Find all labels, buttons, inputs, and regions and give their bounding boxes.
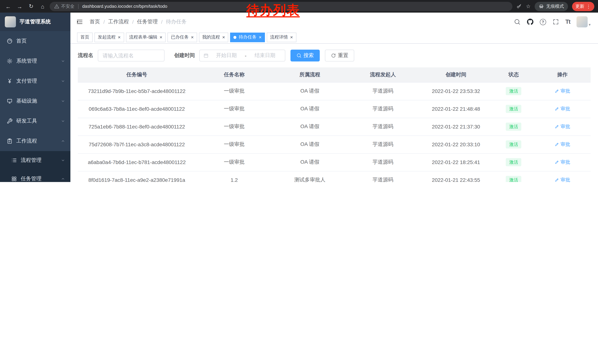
header-actions: ? Tt ▾ (514, 16, 590, 27)
sidebar-item-infra[interactable]: 基础设施 (0, 91, 70, 111)
user-menu[interactable]: ▾ (576, 16, 590, 27)
tab-initiate-process[interactable]: 发起流程× (94, 32, 124, 42)
search-button[interactable]: 搜索 (291, 50, 320, 61)
help-icon[interactable]: ? (540, 19, 546, 25)
tab-bar: 首页 发起流程× 流程表单-编辑× 已办任务× 我的流程× 待办任务× 流程详情… (70, 31, 598, 44)
key-icon[interactable] (517, 4, 522, 9)
pen-icon (555, 107, 559, 111)
table-row: 73211d9d-7b9b-11ec-b5b7-acde48001122 一级审… (78, 82, 590, 100)
logo-avatar (5, 16, 16, 27)
sidebar-item-label: 流程管理 (21, 157, 42, 164)
approve-link[interactable]: 审批 (555, 123, 570, 130)
main-area: 首页 / 工作流程 / 任务管理 / 待办任务 ? Tt ▾ (70, 13, 598, 182)
breadcrumb-workflow[interactable]: 工作流程 (108, 18, 129, 25)
cell-task-name: 一级审批 (196, 118, 273, 136)
col-process: 所属流程 (273, 67, 347, 82)
cell-status: 激活 (493, 153, 534, 171)
refresh-icon (331, 53, 336, 58)
tab-form-edit[interactable]: 流程表单-编辑× (126, 32, 166, 42)
status-badge: 激活 (506, 87, 522, 95)
sidebar-item-task-mgmt[interactable]: 任务管理 (0, 170, 70, 182)
cell-task-id: 73211d9d-7b9b-11ec-b5b7-acde48001122 (78, 82, 196, 100)
tab-todo-tasks[interactable]: 待办任务× (230, 32, 265, 42)
search-icon[interactable] (514, 18, 521, 25)
col-actions: 操作 (534, 67, 590, 82)
home-icon[interactable]: ⌂ (38, 2, 47, 11)
sidebar-toggle-icon[interactable] (76, 18, 83, 25)
breadcrumb-current: 待办任务 (166, 18, 187, 25)
breadcrumb-separator: / (161, 19, 163, 25)
sidebar-item-process-mgmt[interactable]: 流程管理 (0, 151, 70, 170)
approve-link[interactable]: 审批 (555, 159, 570, 166)
cell-task-name: 一级审批 (196, 153, 273, 171)
pen-icon (555, 160, 559, 164)
app-header: 首页 / 工作流程 / 任务管理 / 待办任务 ? Tt ▾ (70, 13, 598, 31)
menu-dots-icon[interactable]: ⋮ (586, 4, 591, 9)
sidebar-item-label: 基础设施 (16, 98, 37, 105)
close-icon[interactable]: × (159, 35, 162, 40)
cell-starter: 芋道源码 (347, 136, 419, 153)
update-button[interactable]: 更新 ⋮ (572, 2, 594, 11)
breadcrumb-home[interactable]: 首页 (90, 18, 100, 25)
back-icon[interactable]: ← (4, 2, 13, 11)
browser-chrome: ← → ↻ ⌂ 不安全 dashboard.yudao.iocoder.cn/b… (0, 0, 598, 13)
address-bar[interactable]: 不安全 dashboard.yudao.iocoder.cn/bpm/task/… (50, 2, 513, 11)
cell-status: 激活 (493, 136, 534, 153)
cell-create-time: 2022-01-22 20:33:10 (419, 136, 493, 153)
star-icon[interactable]: ☆ (526, 3, 531, 9)
tab-process-detail[interactable]: 流程详情× (267, 32, 296, 42)
font-size-icon[interactable]: Tt (565, 18, 570, 25)
chevron-down-icon (61, 119, 65, 123)
chevron-down-icon (61, 79, 65, 83)
approve-link[interactable]: 审批 (555, 88, 570, 94)
approve-link[interactable]: 审批 (555, 141, 570, 148)
cell-starter: 芋道源码 (347, 100, 419, 118)
close-icon[interactable]: × (259, 35, 262, 40)
status-badge: 激活 (506, 122, 522, 131)
sidebar-item-devtools[interactable]: 研发工具 (0, 111, 70, 131)
cell-process: 测试多审批人 (273, 171, 347, 182)
approve-link[interactable]: 审批 (555, 105, 570, 112)
cell-create-time: 2022-01-21 22:43:55 (419, 171, 493, 182)
cell-starter: 芋道源码 (347, 153, 419, 171)
approve-link[interactable]: 审批 (555, 177, 570, 182)
fullscreen-icon[interactable] (552, 18, 559, 25)
table-row: 75d72608-7b7f-11ec-a3c8-acde48001122 一级审… (78, 136, 590, 153)
cell-status: 激活 (493, 171, 534, 182)
process-name-input[interactable] (98, 50, 165, 61)
github-icon[interactable] (527, 18, 533, 25)
close-icon[interactable]: × (290, 35, 293, 40)
close-icon[interactable]: × (118, 35, 121, 40)
cell-status: 激活 (493, 118, 534, 136)
status-badge: 激活 (506, 176, 522, 182)
sidebar-item-payment[interactable]: 支付管理 (0, 71, 70, 91)
forward-icon[interactable]: → (15, 2, 24, 11)
date-range-picker[interactable]: 开始日期 - 结束日期 (199, 50, 285, 61)
app-logo: 芋道管理系统 (0, 13, 70, 31)
chevron-up-icon (61, 139, 65, 143)
page-content: 流程名 创建时间 开始日期 - 结束日期 搜索 重 (70, 44, 598, 182)
app-title: 芋道管理系统 (20, 18, 51, 25)
breadcrumb-task-mgmt[interactable]: 任务管理 (137, 18, 158, 25)
sidebar-item-home[interactable]: 首页 (0, 31, 70, 51)
sidebar-menu: 首页 系统管理 支付管理 基础设施 (0, 31, 70, 182)
tab-my-processes[interactable]: 我的流程× (199, 32, 228, 42)
chrome-actions: ☆ 无痕模式 更新 ⋮ (517, 2, 594, 11)
cell-status: 激活 (493, 100, 534, 118)
sidebar-item-workflow[interactable]: 工作流程 (0, 131, 70, 151)
col-task-id: 任务编号 (78, 67, 196, 82)
cell-create-time: 2022-01-22 21:48:48 (419, 100, 493, 118)
cell-task-id: a6aba0a4-7b6d-11ec-b781-acde48001122 (78, 153, 196, 171)
close-icon[interactable]: × (222, 35, 225, 40)
pen-icon (555, 89, 559, 93)
close-icon[interactable]: × (191, 35, 194, 40)
yen-icon (7, 78, 13, 84)
sidebar-item-system[interactable]: 系统管理 (0, 51, 70, 71)
reset-button[interactable]: 重置 (325, 50, 354, 61)
breadcrumb-separator: / (132, 19, 134, 25)
reload-icon[interactable]: ↻ (27, 2, 36, 11)
status-badge: 激活 (506, 158, 522, 166)
avatar (576, 16, 588, 27)
tab-home[interactable]: 首页 (77, 32, 93, 42)
tab-done-tasks[interactable]: 已办任务× (167, 32, 197, 42)
